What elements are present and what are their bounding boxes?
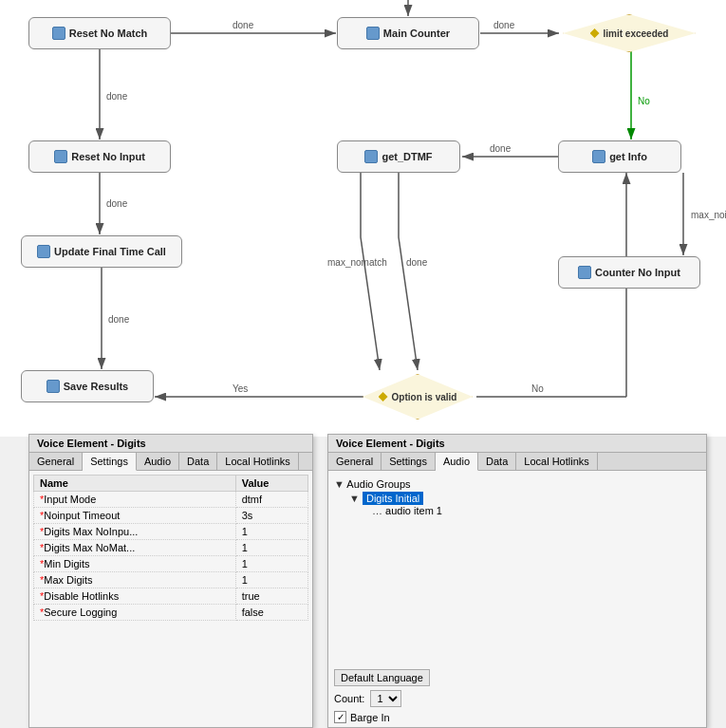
table-row: *Max Digits1 xyxy=(34,572,308,588)
svg-line-17 xyxy=(361,237,380,370)
col-value-header: Value xyxy=(235,476,307,492)
node-limit-exceeded[interactable]: limit exceeded xyxy=(558,9,700,57)
table-cell-name: *Digits Max NoInpu... xyxy=(34,524,236,540)
svg-text:done: done xyxy=(490,143,512,154)
left-panel-content: Name Value *Input Modedtmf*Noinput Timeo… xyxy=(29,471,312,625)
table-cell-value: 3s xyxy=(235,508,307,524)
svg-text:No: No xyxy=(531,383,544,394)
tab-general[interactable]: General xyxy=(29,453,83,470)
table-row: *Disable Hotlinkstrue xyxy=(34,588,308,605)
table-row: *Input Modedtmf xyxy=(34,492,308,508)
node-get-dtmf[interactable]: get_DTMF xyxy=(337,140,460,173)
tree-leaf: … audio item 1 xyxy=(349,505,700,516)
node-label: Reset No Input xyxy=(71,151,145,162)
tab-data[interactable]: Data xyxy=(179,453,217,470)
node-icon xyxy=(366,27,380,40)
left-panel-tabs: General Settings Audio Data Local Hotlin… xyxy=(29,453,312,471)
svg-text:done: done xyxy=(233,20,254,30)
default-language-label: Default Language xyxy=(334,669,430,686)
barge-in-label: Barge In xyxy=(350,712,390,723)
node-label: Reset No Match xyxy=(69,28,148,39)
table-cell-value: 1 xyxy=(235,556,307,572)
node-icon xyxy=(364,150,378,163)
node-option-valid[interactable]: Option is valid xyxy=(361,373,475,420)
node-icon xyxy=(47,380,60,393)
node-icon xyxy=(37,245,50,258)
tab-settings[interactable]: Settings xyxy=(83,453,137,471)
table-cell-value: dtmf xyxy=(235,492,307,508)
node-icon xyxy=(578,266,591,279)
node-get-info[interactable]: get Info xyxy=(558,140,681,173)
node-label: get Info xyxy=(609,151,647,162)
table-cell-name: *Min Digits xyxy=(34,556,236,572)
table-cell-name: *Secure Logging xyxy=(34,605,236,621)
rtab-audio[interactable]: Audio xyxy=(436,453,478,471)
diagram-area: done done No done max_noinput done max_n… xyxy=(0,0,726,437)
tree-root-audio-groups: ▼ Audio Groups xyxy=(334,476,700,492)
diamond-label: limit exceeded xyxy=(604,28,669,39)
right-panel-tabs: General Settings Audio Data Local Hotlin… xyxy=(328,453,706,471)
table-cell-name: *Input Mode xyxy=(34,492,236,508)
tree-branch: ▼ Digits Initial xyxy=(349,492,700,505)
node-icon xyxy=(54,150,67,163)
right-panel-title: Voice Element - Digits xyxy=(328,435,706,453)
node-label: Counter No Input xyxy=(595,267,680,278)
diamond-icon xyxy=(379,392,388,401)
table-cell-name: *Noinput Timeout xyxy=(34,508,236,524)
node-label: get_DTMF xyxy=(382,151,432,162)
table-cell-value: 1 xyxy=(235,572,307,588)
svg-text:done: done xyxy=(493,20,515,30)
tree-children: ▼ Digits Initial … audio item 1 xyxy=(334,492,700,516)
col-name-header: Name xyxy=(34,476,236,492)
tab-audio[interactable]: Audio xyxy=(137,453,179,470)
diamond-icon xyxy=(590,28,600,38)
table-row: *Digits Max NoMat...1 xyxy=(34,540,308,556)
table-cell-name: *Disable Hotlinks xyxy=(34,588,236,605)
count-select[interactable]: 1 2 3 xyxy=(370,690,401,707)
svg-text:done: done xyxy=(106,91,128,102)
svg-text:max_noinput: max_noinput xyxy=(691,210,726,220)
right-panel: Voice Element - Digits General Settings … xyxy=(327,434,707,728)
properties-table: Name Value *Input Modedtmf*Noinput Timeo… xyxy=(33,475,308,621)
node-save-results[interactable]: Save Results xyxy=(21,370,154,402)
left-panel: Voice Element - Digits General Settings … xyxy=(28,434,313,728)
table-cell-value: 1 xyxy=(235,540,307,556)
node-icon xyxy=(52,27,65,40)
rtab-data[interactable]: Data xyxy=(478,453,516,470)
node-counter-no-input[interactable]: Counter No Input xyxy=(558,256,700,289)
table-row: *Digits Max NoInpu...1 xyxy=(34,524,308,540)
node-update-final[interactable]: Update Final Time Call xyxy=(21,235,182,268)
svg-text:max_nomatch: max_nomatch xyxy=(327,257,387,268)
table-row: *Min Digits1 xyxy=(34,556,308,572)
table-cell-value: true xyxy=(235,588,307,605)
node-label: Update Final Time Call xyxy=(54,246,166,257)
rtab-settings[interactable]: Settings xyxy=(382,453,436,470)
table-cell-value: 1 xyxy=(235,524,307,540)
table-row: *Noinput Timeout3s xyxy=(34,508,308,524)
audio-tree: ▼ Audio Groups ▼ Digits Initial … audio … xyxy=(328,471,706,522)
tree-item-digits-initial[interactable]: Digits Initial xyxy=(363,492,423,505)
node-label: Main Counter xyxy=(383,28,450,39)
svg-line-14 xyxy=(399,237,418,370)
rtab-local-hotlinks[interactable]: Local Hotlinks xyxy=(516,453,597,470)
node-reset-no-input[interactable]: Reset No Input xyxy=(28,140,171,173)
table-cell-name: *Max Digits xyxy=(34,572,236,588)
count-row: Count: 1 2 3 xyxy=(334,690,700,707)
node-main-counter[interactable]: Main Counter xyxy=(337,17,479,49)
diamond-label: Option is valid xyxy=(392,392,457,402)
bottom-section: Default Language Count: 1 2 3 ✓ Barge In xyxy=(334,669,700,723)
table-cell-value: false xyxy=(235,605,307,621)
table-cell-name: *Digits Max NoMat... xyxy=(34,540,236,556)
count-label: Count: xyxy=(334,693,364,704)
table-row: *Secure Loggingfalse xyxy=(34,605,308,621)
rtab-general[interactable]: General xyxy=(328,453,382,470)
svg-text:done: done xyxy=(406,257,428,268)
svg-text:Yes: Yes xyxy=(233,383,248,394)
node-reset-no-match[interactable]: Reset No Match xyxy=(28,17,171,49)
barge-in-checkbox[interactable]: ✓ xyxy=(334,711,346,723)
svg-text:done: done xyxy=(108,314,130,325)
node-label: Save Results xyxy=(64,381,128,392)
svg-text:done: done xyxy=(106,198,128,209)
left-panel-title: Voice Element - Digits xyxy=(29,435,312,453)
tab-local-hotlinks[interactable]: Local Hotlinks xyxy=(217,453,298,470)
